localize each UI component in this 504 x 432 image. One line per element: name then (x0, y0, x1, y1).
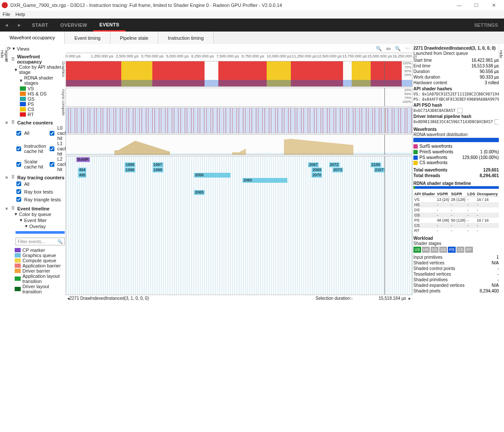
left-panel: ⟳ ▾ Views ✕ ⠿ Wavefront occupancy ▾Color… (5, 44, 66, 45)
nav-back[interactable]: ◄ (0, 19, 13, 32)
nav-events[interactable]: EVENTS (93, 19, 125, 32)
close-button[interactable]: ✕ (485, 0, 502, 10)
app-icon (2, 2, 8, 8)
tab-instruction-timing[interactable]: Instruction timing (158, 32, 214, 44)
window-title: DXR_Game_7900_xtx.rgp - D3D12 - Instruct… (10, 3, 450, 8)
minimize-button[interactable]: — (450, 0, 468, 10)
menubar: File Help (0, 10, 504, 19)
content: Hide legend Hide details ⟳ ▾ Views ✕ ⠿ W… (0, 44, 504, 45)
nav-settings[interactable]: SETTINGS (468, 19, 504, 32)
menu-help[interactable]: Help (16, 12, 25, 17)
nav-start[interactable]: START (26, 19, 54, 32)
menu-file[interactable]: File (3, 12, 10, 17)
nav-overview[interactable]: OVERVIEW (54, 19, 93, 32)
center-area: 🔍 ▭ 🔍 ⋯ 0.000 µs1,250.000 µs2,500.000 µs… (66, 44, 413, 45)
tab-wavefront-occupancy[interactable]: Wavefront occupancy (0, 32, 65, 44)
nav-forward[interactable]: ► (13, 19, 26, 32)
tab-pipeline-state[interactable]: Pipeline state (110, 32, 158, 44)
subtabs: Wavefront occupancy Event timing Pipelin… (0, 32, 504, 45)
tab-event-timing[interactable]: Event timing (65, 32, 110, 44)
maximize-button[interactable]: ☐ (468, 0, 485, 10)
titlebar: DXR_Game_7900_xtx.rgp - D3D12 - Instruct… (0, 0, 504, 10)
main-nav: ◄ ► START OVERVIEW EVENTS SETTINGS (0, 19, 504, 32)
